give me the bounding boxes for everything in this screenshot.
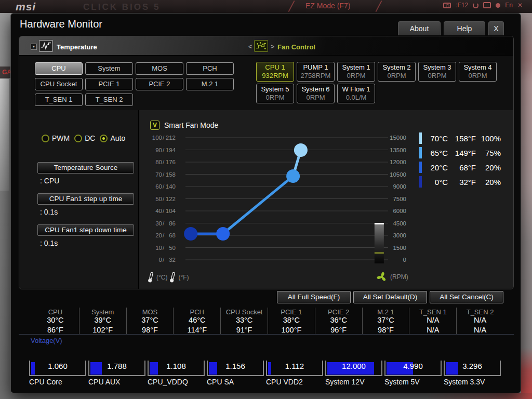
temp-sensor-button-m-2-1[interactable]: M.2 1 [186, 78, 234, 90]
voltage-rail-system-3-3v: 3.296System 3.3V [444, 361, 501, 386]
fan-curve-segment [223, 176, 293, 234]
left-axis-tick-c: 30 [155, 220, 162, 227]
left-axis-tick-f: 122 [166, 196, 176, 202]
cpu-fan1-step-down-time-button[interactable]: CPU Fan1 step down time [37, 224, 134, 236]
fan-button-system-1[interactable]: System 10RPM [337, 62, 375, 82]
fan-rpm-value: 0RPM [459, 72, 496, 80]
fan-curve-point[interactable] [286, 169, 300, 183]
fan-mode-radio-dc[interactable]: DC [74, 134, 95, 142]
breakpoint-celsius: 65°C [423, 149, 448, 157]
temp-sensor-button-system[interactable]: System [85, 62, 133, 75]
fan-mode-radios: PWMDCAuto [42, 134, 125, 142]
voltage-rail-name: CPU_VDDQ [148, 378, 205, 386]
left-axis-tick-f: 32 [169, 257, 176, 263]
fan-breakpoint-row: 65°C149°F75% [419, 147, 501, 158]
bios-close-icon[interactable]: ✕ [517, 2, 523, 9]
close-button[interactable]: X [488, 21, 504, 35]
monitor-icon[interactable] [483, 2, 491, 8]
radio-icon [74, 135, 82, 142]
fan-curve-point[interactable] [184, 227, 197, 241]
voltage-rail-name: CPU AUX [88, 378, 145, 386]
bios-top-icons: :F12 En ✕ [443, 2, 523, 9]
fan-button-system-5[interactable]: System 50RPM [256, 84, 294, 103]
voltage-section-title: Voltage(V) [31, 337, 62, 344]
help-button[interactable]: Help [444, 21, 485, 35]
left-axis-tick-c: 60 [155, 183, 162, 190]
fan-button-system-4[interactable]: System 40RPM [459, 62, 497, 82]
fan-mode-label: DC [85, 134, 95, 142]
temp-sensor-button-t-sen-1[interactable]: T_SEN 1 [35, 94, 83, 106]
left-axis-tick-f: 158 [166, 171, 176, 178]
all-full-speed-button[interactable]: All Full Speed(F) [277, 291, 351, 303]
fan-mode-radio-pwm[interactable]: PWM [42, 134, 70, 142]
breakpoint-fahrenheit: 68°F [448, 163, 476, 172]
collapse-toggle-icon[interactable]: ▾ [31, 44, 37, 50]
monitor-panel: ▾ Temperature < > Fan Control CPUSystemM… [19, 36, 514, 289]
fan-button-w-flow-1[interactable]: W Flow 10.0L/M [337, 84, 375, 103]
fan-next-arrow[interactable]: > [271, 43, 274, 50]
all-set-cancel-button[interactable]: All Set Cancel(C) [430, 291, 503, 303]
temp-sensor-button-pcie-1[interactable]: PCIE 1 [85, 78, 133, 90]
sensor-fahrenheit: 96°F [315, 326, 362, 334]
temp-sensor-button-pcie-2[interactable]: PCIE 2 [136, 78, 183, 90]
sensor-readout-m-2-1: M.2 137°C98°F [362, 308, 409, 334]
bios-right-strip [521, 13, 532, 393]
fan-name: W Flow 1 [338, 85, 375, 94]
voltage-gauge: 1.108 [148, 361, 205, 376]
breakpoint-celsius: 0°C [423, 178, 448, 187]
fan-prev-arrow[interactable]: < [248, 43, 252, 50]
right-axis-tick: 15000 [390, 135, 406, 141]
temp-sensor-button-pch[interactable]: PCH [186, 62, 234, 75]
temp-sensor-button-cpu-socket[interactable]: CPU Socket [35, 78, 83, 90]
language-label[interactable]: En [505, 2, 513, 9]
smart-fan-mode-label: Smart Fan Mode [164, 121, 218, 129]
sensor-readout-cpu-socket: CPU Socket33°C91°F [220, 308, 268, 334]
fan-button-pump-1[interactable]: PUMP 12758RPM [297, 62, 335, 82]
sensor-readout-cpu: CPU30°C86°F [32, 308, 79, 334]
voltage-value: 1.112 [267, 362, 322, 370]
screenshot-icon[interactable] [443, 3, 451, 8]
left-axis-tick-c: 20 [155, 232, 162, 238]
smart-fan-mode-checkbox[interactable]: V Smart Fan Mode [150, 121, 218, 130]
sensor-name: PCIE 1 [268, 309, 315, 316]
left-axis-tick-c: 90 [155, 147, 162, 153]
temp-sensor-button-t-sen-2[interactable]: T_SEN 2 [85, 94, 133, 106]
temperature-source-value: : CPU [40, 177, 59, 185]
fan-curve-point[interactable] [216, 227, 230, 241]
all-set-default-button[interactable]: All Set Default(D) [353, 291, 427, 303]
fan-curve-point[interactable] [294, 143, 308, 157]
voltage-gauge: 4.990 [384, 361, 442, 376]
sensor-celsius: 30°C [32, 316, 79, 324]
ez-mode-button[interactable]: EZ Mode (F7) [305, 2, 350, 10]
temp-sensor-button-cpu[interactable]: CPU [35, 62, 83, 75]
screen: msi CLICK BIOS 5 EZ Mode (F7) :F12 En ✕ … [0, 0, 532, 399]
slider-handle[interactable] [375, 223, 384, 224]
sensor-fahrenheit: 86°F [32, 326, 79, 334]
fan-button-system-3[interactable]: System 30RPM [418, 62, 456, 82]
right-axis-tick: 7500 [393, 196, 406, 202]
fan-mode-radio-auto[interactable]: Auto [100, 134, 125, 142]
voltage-gauge: 3.296 [444, 361, 501, 376]
left-axis-tick-c: 70 [155, 171, 162, 178]
fan-button-cpu-1[interactable]: CPU 1932RPM [256, 62, 294, 82]
fan-button-system-6[interactable]: System 60RPM [297, 84, 335, 103]
refresh-icon[interactable] [473, 3, 478, 8]
voltage-gauge: 1.112 [266, 361, 323, 376]
about-button[interactable]: About [398, 21, 441, 35]
cpu-fan1-step-up-time-button[interactable]: CPU Fan1 step up time [37, 193, 134, 205]
fan-button-system-2[interactable]: System 20RPM [378, 62, 416, 82]
sensor-readout-system: System39°C102°F [79, 308, 126, 334]
fan-speed-slider[interactable] [375, 223, 384, 263]
left-axis-tick-f: 68 [169, 232, 176, 238]
sensor-celsius: 33°C [221, 316, 268, 324]
voltage-rail-name: System 3.3V [444, 378, 501, 386]
fan-rpm-value: 0.0L/M [338, 94, 375, 102]
temperature-source-button[interactable]: Temperature Source [37, 162, 134, 174]
left-axis-tick-f: 194 [166, 147, 176, 153]
temp-sensor-button-mos[interactable]: MOS [136, 62, 183, 75]
fan-curve-chart[interactable]: 100/2121500090/1941350080/1761200070/158… [147, 131, 411, 269]
fan-control-section-title: Fan Control [277, 43, 315, 51]
fan-breakpoint-row: 20°C68°F20% [419, 162, 501, 173]
right-axis-tick: 13500 [390, 147, 406, 153]
fan-rpm-value: 0RPM [378, 72, 415, 80]
